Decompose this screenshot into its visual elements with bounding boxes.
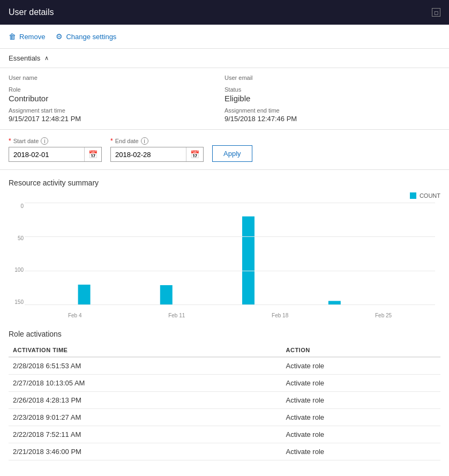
y-label-0: 0 — [9, 203, 24, 209]
assignment-start-value: 9/15/2017 12:48:21 PM — [9, 115, 224, 123]
start-date-input-wrapper: 📅 — [9, 147, 102, 162]
user-name-label: User name — [9, 75, 224, 81]
table-row: 2/27/2018 10:13:05 AM Activate role — [9, 375, 440, 392]
chart-legend: COUNT — [410, 192, 440, 199]
table-row: 2/28/2018 6:51:53 AM Activate role — [9, 357, 440, 375]
end-date-label: * End date i — [110, 137, 204, 145]
cell-time: 2/27/2018 10:13:05 AM — [9, 375, 282, 392]
x-label-feb4: Feb 4 — [68, 313, 82, 318]
remove-icon: 🗑 — [9, 32, 16, 41]
x-label-feb11: Feb 11 — [168, 313, 185, 318]
col-activation-time: ACTIVATION TIME — [9, 344, 282, 357]
assignment-start-field: Assignment start time 9/15/2017 12:48:21… — [9, 107, 224, 123]
cell-time: 2/21/2018 3:46:00 PM — [9, 443, 282, 460]
change-settings-button[interactable]: ⚙ Change settings — [56, 30, 116, 43]
role-label: Role — [9, 86, 224, 93]
cell-time: 2/22/2018 7:52:11 AM — [9, 426, 282, 443]
cell-time: 2/26/2018 4:28:13 PM — [9, 392, 282, 409]
legend-color-swatch — [410, 192, 416, 199]
title-bar: User details ◻ — [0, 0, 449, 25]
end-date-field: * End date i 📅 — [110, 137, 204, 162]
cell-action: Activate role — [282, 392, 440, 409]
cell-action: Activate role — [282, 409, 440, 426]
window-title: User details — [9, 8, 54, 17]
y-axis-labels: 150 100 50 0 — [9, 203, 24, 305]
end-date-info-icon[interactable]: i — [141, 137, 148, 145]
chart-container: COUNT 150 100 50 0 — [9, 192, 440, 321]
activations-table: ACTIVATION TIME ACTION 2/28/2018 6:51:53… — [9, 344, 440, 460]
cell-action: Activate role — [282, 443, 440, 460]
role-activations-section: Role activations ACTIVATION TIME ACTION … — [0, 321, 449, 460]
table-row: 2/23/2018 9:01:27 AM Activate role — [9, 409, 440, 426]
user-email-field: User email — [224, 75, 440, 82]
assignment-end-label: Assignment end time — [224, 107, 440, 114]
window-controls: ◻ — [432, 8, 440, 17]
x-axis-labels: Feb 4 Feb 11 Feb 18 Feb 25 — [25, 313, 435, 318]
assignment-end-field: Assignment end time 9/15/2018 12:47:46 P… — [224, 107, 440, 123]
start-date-calendar-button[interactable]: 📅 — [84, 147, 101, 161]
start-date-field: * Start date i 📅 — [9, 137, 102, 162]
y-label-150: 150 — [9, 299, 24, 305]
start-date-input[interactable] — [9, 148, 84, 161]
start-date-info-icon[interactable]: i — [41, 137, 48, 145]
essentials-grid: User name User email Role Contributor St… — [0, 68, 449, 130]
chevron-up-icon: ∧ — [44, 55, 49, 62]
cell-time: 2/28/2018 6:51:53 AM — [9, 357, 282, 375]
y-label-50: 50 — [9, 235, 24, 241]
role-value: Contributor — [9, 94, 224, 103]
gear-icon: ⚙ — [56, 32, 63, 41]
cell-action: Activate role — [282, 357, 440, 375]
grid-lines — [25, 203, 435, 305]
grid-line-150 — [25, 203, 435, 203]
x-label-feb18: Feb 18 — [272, 313, 288, 318]
assignment-end-value: 9/15/2018 12:47:46 PM — [224, 115, 440, 123]
start-date-label: * Start date i — [9, 137, 102, 145]
chart-title: Resource activity summary — [9, 178, 440, 187]
grid-line-50 — [25, 271, 435, 271]
essentials-label: Essentials — [9, 54, 40, 62]
status-label: Status — [224, 86, 440, 93]
table-row: 2/22/2018 7:52:11 AM Activate role — [9, 426, 440, 443]
assignment-start-label: Assignment start time — [9, 107, 224, 114]
grid-line-100 — [25, 236, 435, 237]
role-activations-title: Role activations — [9, 330, 440, 338]
cell-action: Activate role — [282, 426, 440, 443]
chart-inner — [25, 203, 435, 305]
remove-button[interactable]: 🗑 Remove — [9, 30, 45, 43]
required-star-end: * — [110, 137, 113, 145]
col-action: ACTION — [282, 344, 440, 357]
toolbar: 🗑 Remove ⚙ Change settings — [0, 25, 449, 49]
end-date-input[interactable] — [111, 148, 186, 161]
required-star-start: * — [9, 137, 11, 145]
essentials-header[interactable]: Essentials ∧ — [0, 49, 449, 68]
restore-button[interactable]: ◻ — [432, 8, 440, 17]
status-field: Status Eligible — [224, 86, 440, 103]
role-field: Role Contributor — [9, 86, 224, 103]
date-filter-row: * Start date i 📅 * End date i 📅 Apply — [0, 130, 449, 170]
chart-section: Resource activity summary COUNT 150 100 … — [0, 170, 449, 321]
grid-line-0 — [25, 304, 435, 305]
y-label-100: 100 — [9, 267, 24, 273]
legend-label: COUNT — [420, 192, 440, 199]
end-date-input-wrapper: 📅 — [110, 147, 204, 162]
cell-time: 2/23/2018 9:01:27 AM — [9, 409, 282, 426]
user-email-label: User email — [224, 75, 440, 81]
user-name-field: User name — [9, 75, 224, 82]
apply-button[interactable]: Apply — [212, 145, 252, 162]
table-row: 2/26/2018 4:28:13 PM Activate role — [9, 392, 440, 409]
cell-action: Activate role — [282, 375, 440, 392]
table-row: 2/21/2018 3:46:00 PM Activate role — [9, 443, 440, 460]
table-header-row: ACTIVATION TIME ACTION — [9, 344, 440, 357]
end-date-calendar-button[interactable]: 📅 — [186, 147, 203, 161]
x-label-feb25: Feb 25 — [375, 313, 392, 318]
status-value: Eligible — [224, 94, 440, 103]
